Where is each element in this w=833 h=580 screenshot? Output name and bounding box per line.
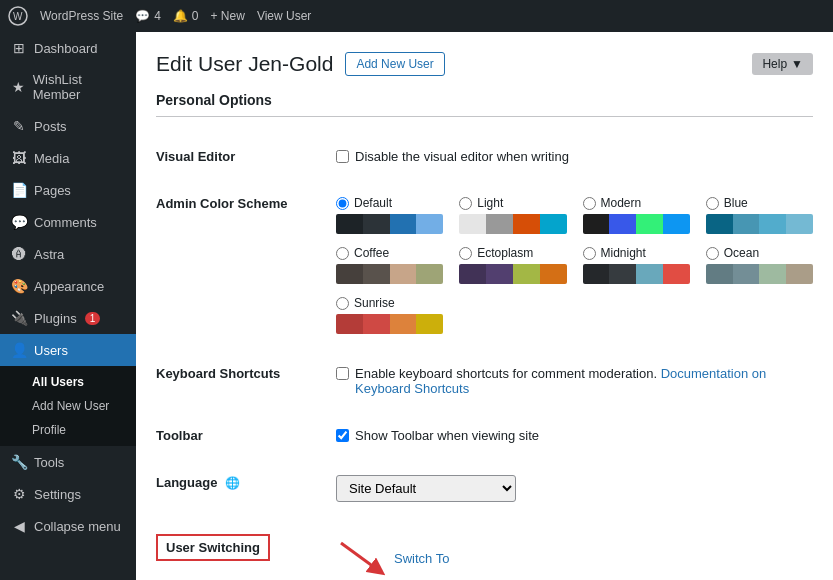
visual-editor-checkbox-label[interactable]: Disable the visual editor when writing: [355, 149, 569, 164]
sidebar-item-wishlist[interactable]: ★ WishList Member: [0, 64, 136, 110]
visual-editor-checkbox[interactable]: [336, 150, 349, 163]
sidebar-item-posts[interactable]: ✎ Posts: [0, 110, 136, 142]
updates-count: 0: [192, 9, 199, 23]
sidebar-item-pages[interactable]: 📄 Pages: [0, 174, 136, 206]
sidebar-item-media[interactable]: 🖼 Media: [0, 142, 136, 174]
palette-block: [759, 214, 786, 234]
color-scheme-midnight[interactable]: Midnight: [583, 246, 690, 284]
visual-editor-label: Visual Editor: [156, 133, 336, 180]
sidebar-item-dashboard[interactable]: ⊞ Dashboard: [0, 32, 136, 64]
color-scheme-light[interactable]: Light: [459, 196, 566, 234]
add-new-user-button[interactable]: Add New User: [345, 52, 444, 76]
color-scheme-radio-midnight[interactable]: [583, 247, 596, 260]
color-palette-blue: [706, 214, 813, 234]
user-switching-th: User Switching: [156, 518, 336, 580]
view-user-item[interactable]: View User: [257, 9, 311, 23]
user-switching-row: User Switching: [156, 518, 813, 580]
language-select-container: Site Default English (US) Spanish French: [336, 475, 813, 502]
language-cell: Site Default English (US) Spanish French: [336, 459, 813, 518]
color-scheme-radio-default[interactable]: [336, 197, 349, 210]
tools-icon: 🔧: [10, 454, 28, 470]
keyboard-shortcuts-row: Keyboard Shortcuts Enable keyboard short…: [156, 350, 813, 412]
sidebar-sub-add-new-user[interactable]: Add New User: [0, 394, 136, 418]
color-scheme-radio-ectoplasm[interactable]: [459, 247, 472, 260]
user-switching-label: User Switching: [166, 540, 260, 555]
color-scheme-radio-modern[interactable]: [583, 197, 596, 210]
comment-icon: 💬: [135, 9, 150, 23]
media-icon: 🖼: [10, 150, 28, 166]
sidebar-item-users[interactable]: 👤 Users: [0, 334, 136, 366]
color-scheme-radio-blue[interactable]: [706, 197, 719, 210]
color-scheme-modern[interactable]: Modern: [583, 196, 690, 234]
color-scheme-default[interactable]: Default: [336, 196, 443, 234]
site-name-item[interactable]: WordPress Site: [40, 9, 123, 23]
color-scheme-ocean[interactable]: Ocean: [706, 246, 813, 284]
sidebar-item-appearance[interactable]: 🎨 Appearance: [0, 270, 136, 302]
wp-logo-item[interactable]: W: [8, 6, 28, 26]
color-scheme-label-ectoplasm[interactable]: Ectoplasm: [459, 246, 566, 260]
updates-count-item[interactable]: 🔔 0: [173, 9, 199, 23]
palette-block: [416, 214, 443, 234]
palette-block: [583, 264, 610, 284]
sidebar-item-collapse[interactable]: ◀ Collapse menu: [0, 510, 136, 542]
sidebar-item-settings[interactable]: ⚙ Settings: [0, 478, 136, 510]
palette-block: [459, 214, 486, 234]
color-scheme-label-sunrise[interactable]: Sunrise: [336, 296, 443, 310]
toolbar-checkbox-label[interactable]: Show Toolbar when viewing site: [355, 428, 539, 443]
color-scheme-label-light[interactable]: Light: [459, 196, 566, 210]
color-scheme-radio-light[interactable]: [459, 197, 472, 210]
comments-icon: 💬: [10, 214, 28, 230]
sidebar-sub-profile[interactable]: Profile: [0, 418, 136, 442]
color-scheme-coffee[interactable]: Coffee: [336, 246, 443, 284]
keyboard-shortcuts-cell: Enable keyboard shortcuts for comment mo…: [336, 350, 813, 412]
color-scheme-label-ocean[interactable]: Ocean: [706, 246, 813, 260]
plugins-icon: 🔌: [10, 310, 28, 326]
keyboard-shortcuts-checkbox[interactable]: [336, 367, 349, 380]
palette-block: [663, 214, 690, 234]
new-item[interactable]: + New: [211, 9, 245, 23]
sidebar-sub-all-users[interactable]: All Users: [0, 370, 136, 394]
sidebar-item-dashboard-label: Dashboard: [34, 41, 98, 56]
appearance-icon: 🎨: [10, 278, 28, 294]
sidebar-item-media-label: Media: [34, 151, 69, 166]
help-button[interactable]: Help ▼: [752, 53, 813, 75]
palette-block: [609, 264, 636, 284]
palette-block: [363, 314, 390, 334]
content-area: Edit User Jen-Gold Add New User Help ▼ P…: [136, 32, 833, 580]
color-scheme-ectoplasm[interactable]: Ectoplasm: [459, 246, 566, 284]
color-scheme-label-blue[interactable]: Blue: [706, 196, 813, 210]
visual-editor-cell: Disable the visual editor when writing: [336, 133, 813, 180]
sidebar-item-comments[interactable]: 💬 Comments: [0, 206, 136, 238]
color-scheme-blue[interactable]: Blue: [706, 196, 813, 234]
palette-block: [583, 214, 610, 234]
sidebar-item-pages-label: Pages: [34, 183, 71, 198]
color-scheme-name-ocean: Ocean: [724, 246, 759, 260]
color-palette-ectoplasm: [459, 264, 566, 284]
sidebar-item-tools[interactable]: 🔧 Tools: [0, 446, 136, 478]
color-scheme-name-modern: Modern: [601, 196, 642, 210]
palette-block: [390, 264, 417, 284]
palette-block: [336, 264, 363, 284]
visual-editor-row: Visual Editor Disable the visual editor …: [156, 133, 813, 180]
toolbar-checkbox[interactable]: [336, 429, 349, 442]
color-scheme-label: Admin Color Scheme: [156, 180, 336, 350]
color-scheme-label-midnight[interactable]: Midnight: [583, 246, 690, 260]
language-select[interactable]: Site Default English (US) Spanish French: [336, 475, 516, 502]
color-scheme-radio-ocean[interactable]: [706, 247, 719, 260]
switch-to-link[interactable]: Switch To: [394, 551, 449, 566]
color-scheme-radio-sunrise[interactable]: [336, 297, 349, 310]
comments-count-item[interactable]: 💬 4: [135, 9, 161, 23]
palette-block: [486, 214, 513, 234]
color-scheme-name-default: Default: [354, 196, 392, 210]
sidebar-item-astra[interactable]: 🅐 Astra: [0, 238, 136, 270]
palette-block: [733, 214, 760, 234]
color-scheme-radio-coffee[interactable]: [336, 247, 349, 260]
color-scheme-label-modern[interactable]: Modern: [583, 196, 690, 210]
sidebar-item-plugins[interactable]: 🔌 Plugins 1: [0, 302, 136, 334]
palette-block: [459, 264, 486, 284]
color-scheme-label-default[interactable]: Default: [336, 196, 443, 210]
color-scheme-label-coffee[interactable]: Coffee: [336, 246, 443, 260]
color-scheme-sunrise[interactable]: Sunrise: [336, 296, 443, 334]
palette-block: [390, 214, 417, 234]
color-palette-sunrise: [336, 314, 443, 334]
